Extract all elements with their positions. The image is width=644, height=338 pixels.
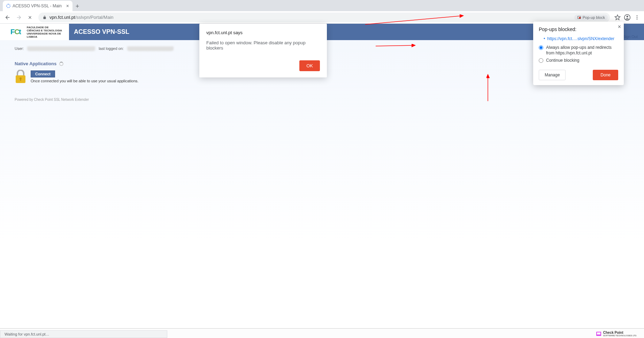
- url-host: vpn.fct.unl.pt: [49, 15, 75, 20]
- fct-logo-icon: F C t: [10, 28, 25, 37]
- done-button[interactable]: Done: [593, 70, 618, 80]
- blocked-popup-link[interactable]: https://vpn.fct.…slvpn/SNX/extender: [544, 36, 618, 41]
- allow-popups-radio[interactable]: [539, 45, 543, 50]
- url-path: /sslvpn/Portal/Main: [75, 15, 114, 20]
- logo-line1: FACULDADE DE: [27, 26, 69, 29]
- tab-title: ACESSO VPN-SSL - Main: [13, 3, 62, 8]
- logo-line2: CIÊNCIAS E TECNOLOGIA: [27, 29, 69, 32]
- checkpoint-icon: [596, 331, 602, 337]
- powered-by-text: Powered by Check Point SSL Network Exten…: [15, 98, 629, 102]
- bubble-close-icon[interactable]: ×: [618, 24, 621, 30]
- section-label: Native Applications: [15, 61, 56, 66]
- profile-icon[interactable]: [623, 13, 631, 22]
- svg-rect-16: [597, 332, 600, 335]
- back-button[interactable]: [3, 13, 13, 22]
- browser-menu-icon[interactable]: [633, 13, 641, 22]
- continue-blocking-radio[interactable]: [539, 58, 543, 63]
- popup-chip-label: Pop-up block: [583, 15, 605, 20]
- logo-line3: UNIVERSIDADE NOVA DE LISBOA: [27, 32, 69, 38]
- browser-status-bar: Waiting for vpn.fct.unl.pt…: [0, 330, 167, 338]
- checkpoint-sub: SOFTWARE TECHNOLOGIES LTD.: [603, 335, 637, 337]
- address-bar[interactable]: vpn.fct.unl.pt/sslvpn/Portal/Main Pop-up…: [38, 13, 610, 22]
- allow-popups-label: Always allow pop-ups and redirects from …: [546, 45, 618, 56]
- svg-text:t: t: [19, 28, 21, 36]
- tab-favicon-icon: [6, 4, 10, 8]
- loading-spinner-icon: [59, 62, 63, 66]
- forward-button[interactable]: [14, 13, 24, 22]
- svg-point-5: [637, 17, 638, 18]
- popup-blocked-icon: [577, 15, 581, 20]
- logo: F C t FACULDADE DE CIÊNCIAS E TECNOLOGIA…: [0, 24, 69, 40]
- last-logged-label: last logged on:: [99, 46, 124, 51]
- svg-point-4: [637, 15, 638, 16]
- bubble-title: Pop-ups blocked:: [539, 27, 618, 32]
- continue-blocking-option[interactable]: Continue blocking: [539, 58, 618, 63]
- allow-popups-option[interactable]: Always allow pop-ups and redirects from …: [539, 45, 618, 56]
- svg-rect-1: [579, 17, 581, 18]
- browser-tab-strip: ACESSO VPN-SSL - Main × +: [0, 0, 644, 11]
- user-value-redacted: ████████████████████████: [27, 46, 95, 51]
- alert-title: vpn.fct.unl.pt says: [206, 30, 320, 35]
- last-logged-value-redacted: ████████████████: [127, 46, 174, 51]
- alert-ok-button[interactable]: OK: [299, 60, 320, 71]
- manage-button[interactable]: Manage: [539, 70, 566, 80]
- header-title: ACESSO VPN-SSL: [69, 28, 129, 36]
- connect-button[interactable]: Connect: [31, 70, 55, 77]
- svg-point-3: [627, 16, 628, 17]
- padlock-icon: [15, 70, 26, 84]
- stop-reload-button[interactable]: [25, 13, 35, 22]
- lock-icon: [43, 15, 47, 20]
- connect-helper: Once connected you will be able to use y…: [31, 79, 138, 83]
- alert-message: Failed to open window. Please disable an…: [206, 40, 320, 51]
- new-tab-button[interactable]: +: [72, 1, 82, 11]
- bookmark-star-icon[interactable]: [613, 13, 622, 22]
- popup-blocked-bubble: × Pop-ups blocked: https://vpn.fct.…slvp…: [533, 22, 624, 85]
- svg-point-6: [637, 18, 638, 20]
- close-tab-icon[interactable]: ×: [66, 3, 69, 9]
- signout-label: Sign Out: [623, 35, 638, 39]
- checkpoint-logo: Check Point SOFTWARE TECHNOLOGIES LTD.: [596, 331, 637, 337]
- popup-blocked-chip[interactable]: Pop-up block: [574, 15, 608, 20]
- svg-rect-14: [20, 79, 21, 81]
- continue-blocking-label: Continue blocking: [546, 58, 579, 63]
- user-label: User:: [15, 46, 24, 51]
- browser-tab[interactable]: ACESSO VPN-SSL - Main ×: [3, 1, 72, 11]
- js-alert-dialog: vpn.fct.unl.pt says Failed to open windo…: [199, 24, 327, 77]
- checkpoint-label: Check Point: [603, 331, 637, 335]
